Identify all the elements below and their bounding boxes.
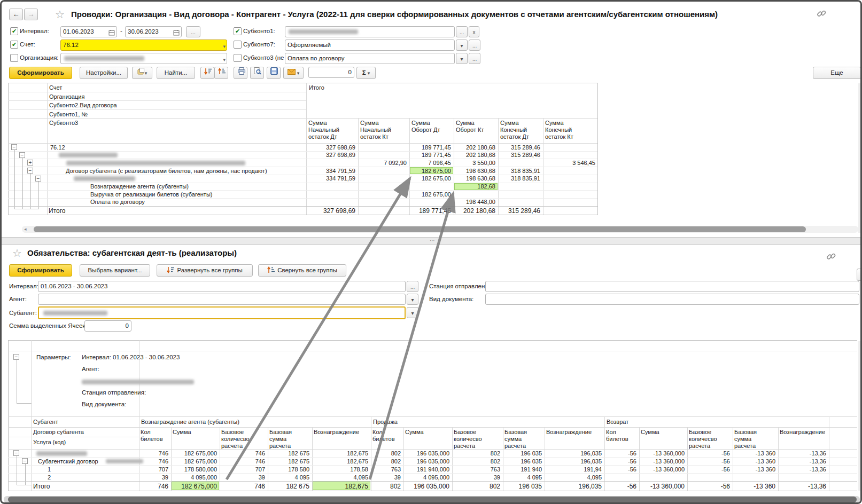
table-cell[interactable]: -56 xyxy=(689,458,730,464)
tree-toggle-collapse[interactable]: − xyxy=(19,152,25,158)
settings-button[interactable]: Настройки... xyxy=(80,67,128,79)
save-button[interactable] xyxy=(267,67,281,79)
subkonto3-choose-button[interactable]: ... xyxy=(469,53,480,64)
table-cell[interactable]: 7 092,90 xyxy=(360,160,407,166)
tree-toggle-collapse[interactable]: − xyxy=(11,144,17,150)
table-cell[interactable]: -13 360,000 xyxy=(641,458,685,464)
table-cell[interactable]: -13 360,000 xyxy=(641,450,685,456)
table-cell[interactable]: 182 675,000 xyxy=(173,458,217,464)
interval-input[interactable]: 01.06.2023 - 30.06.2023 xyxy=(38,281,406,292)
table-cell[interactable]: 746 xyxy=(141,450,168,456)
sigma-button[interactable]: Σ ▾ xyxy=(356,67,376,79)
expand-groups-button[interactable]: Развернуть все группы xyxy=(157,264,253,277)
table-cell[interactable]: 202 180,68 xyxy=(455,144,495,151)
table-cell[interactable]: 746 xyxy=(221,458,265,464)
org-input[interactable]: ▾ xyxy=(60,53,227,64)
table-cell[interactable]: 327 698,69 xyxy=(308,152,355,158)
table-cell[interactable]: 315 289,46 xyxy=(500,152,540,158)
table-cell[interactable]: 182 675,00 xyxy=(411,168,451,174)
table-cell[interactable]: 334 791,59 xyxy=(308,168,355,174)
table-cell[interactable]: 4 095 xyxy=(504,474,542,481)
table-row-label[interactable]: Выручка от реализации билетов (субагенты… xyxy=(90,191,212,198)
table-cell[interactable]: 763 xyxy=(372,466,401,472)
table-cell[interactable]: 182 675,000 xyxy=(173,450,217,456)
table-row-label[interactable]: Оплата по договору xyxy=(90,199,145,205)
table-row-label[interactable]: 1 xyxy=(48,466,51,472)
interval-more-button[interactable]: ... xyxy=(186,26,200,37)
date-to-input[interactable]: 30.06.2023 xyxy=(125,26,182,37)
favorite-star-icon[interactable]: ☆ xyxy=(55,9,65,20)
favorite-star-icon[interactable]: ☆ xyxy=(12,248,22,258)
table-cell[interactable]: 202 180,68 xyxy=(455,152,495,158)
table-cell[interactable]: 198 630,68 xyxy=(455,168,495,174)
link-icon[interactable] xyxy=(817,9,827,21)
table-cell[interactable]: 178 580,000 xyxy=(173,466,217,472)
tree-toggle-collapse[interactable]: − xyxy=(35,176,41,182)
agent-dropdown-button[interactable]: ▾ xyxy=(407,294,418,305)
subagent-dropdown-button[interactable]: ▾ xyxy=(407,307,418,318)
table-cell[interactable]: 182 675,000 xyxy=(173,483,217,490)
table-row-label[interactable]: 76.12 xyxy=(50,144,65,151)
table-cell[interactable]: 707 xyxy=(221,466,265,472)
panel-splitter[interactable]: ⋯ xyxy=(2,237,862,245)
table-cell[interactable]: 802 xyxy=(454,458,500,464)
interval-choose-button[interactable]: ... xyxy=(407,281,418,292)
table-cell[interactable]: 39 xyxy=(141,474,168,481)
sum-counter-input[interactable]: 0 xyxy=(308,67,354,78)
table-cell[interactable]: 198 630,68 xyxy=(455,175,495,182)
subagent-input[interactable] xyxy=(38,306,406,319)
cells-sum-input[interactable]: 0 xyxy=(84,320,131,332)
table-cell[interactable]: 189 771,45 xyxy=(411,207,451,215)
table-cell[interactable]: 191 940,000 xyxy=(405,466,449,472)
table-cell[interactable]: 189 771,45 xyxy=(411,152,451,158)
table-cell[interactable]: -13 360 xyxy=(734,450,775,456)
doctype-input[interactable] xyxy=(485,294,859,305)
collapse-groups-button[interactable]: Свернуть все группы xyxy=(258,264,346,277)
table-cell[interactable]: -13,36 xyxy=(780,466,826,472)
table-cell[interactable]: 39 xyxy=(372,474,401,481)
date-from-input[interactable]: 01.06.2023 xyxy=(60,26,117,37)
tree-toggle-expand[interactable]: + xyxy=(27,160,33,166)
table-cell[interactable]: 189 771,45 xyxy=(411,144,451,151)
preview-button[interactable] xyxy=(250,67,264,79)
table-cell[interactable]: 196,035 xyxy=(546,483,602,490)
choose-variant-button[interactable]: Выбрать вариант... xyxy=(80,264,150,277)
table-cell[interactable]: 327 698,69 xyxy=(308,144,355,151)
subkonto1-clear-button[interactable]: x xyxy=(469,26,479,37)
tree-toggle-collapse[interactable]: − xyxy=(27,168,33,174)
table-cell[interactable]: -13,36 xyxy=(780,483,826,490)
table-cell[interactable]: -56 xyxy=(606,466,636,472)
subkonto3-dropdown-button[interactable]: ▾ xyxy=(456,53,468,64)
table-cell[interactable]: 7 096,45 xyxy=(411,160,451,166)
table-cell[interactable]: 178 580 xyxy=(269,466,309,472)
table-cell[interactable]: 182,675 xyxy=(314,483,368,490)
subkonto7-checkbox[interactable] xyxy=(234,41,242,49)
table-cell[interactable]: 746 xyxy=(221,450,265,456)
table-cell[interactable]: 182,675 xyxy=(314,450,368,456)
table-cell[interactable]: -56 xyxy=(606,458,636,464)
scroll-left-icon[interactable]: ◂ xyxy=(24,226,27,232)
top-hscrollbar-thumb[interactable] xyxy=(34,226,806,232)
table-cell[interactable]: 196 035,000 xyxy=(405,458,449,464)
table-cell[interactable]: 746 xyxy=(141,483,168,490)
table-cell[interactable]: -56 xyxy=(689,450,730,456)
table-cell[interactable]: 4 095 xyxy=(269,474,309,481)
table-cell[interactable]: 196,035 xyxy=(546,450,602,456)
sort-descending-button[interactable] xyxy=(200,67,214,79)
mail-button[interactable]: ▾ xyxy=(283,67,304,79)
print-button[interactable] xyxy=(234,67,247,79)
org-checkbox[interactable] xyxy=(10,54,18,62)
table-cell[interactable]: 198 448,00 xyxy=(455,199,495,205)
subkonto1-checkbox[interactable]: ✔ xyxy=(234,27,242,35)
table-cell[interactable]: -56 xyxy=(689,483,730,490)
table-row-label[interactable]: 2 xyxy=(48,474,51,481)
table-cell[interactable]: 196 035,000 xyxy=(405,483,449,490)
table-row-label[interactable]: Вознаграждение агента (субагенты) xyxy=(90,183,189,190)
table-cell[interactable]: 802 xyxy=(454,483,500,490)
table-cell[interactable]: 182,675 xyxy=(314,458,368,464)
table-cell[interactable]: 182 675 xyxy=(269,450,309,456)
tree-toggle-collapse[interactable]: − xyxy=(13,354,19,360)
table-cell[interactable]: -56 xyxy=(606,450,636,456)
table-cell[interactable]: 196 035 xyxy=(504,450,542,456)
table-cell[interactable]: 315 289,46 xyxy=(500,144,540,151)
